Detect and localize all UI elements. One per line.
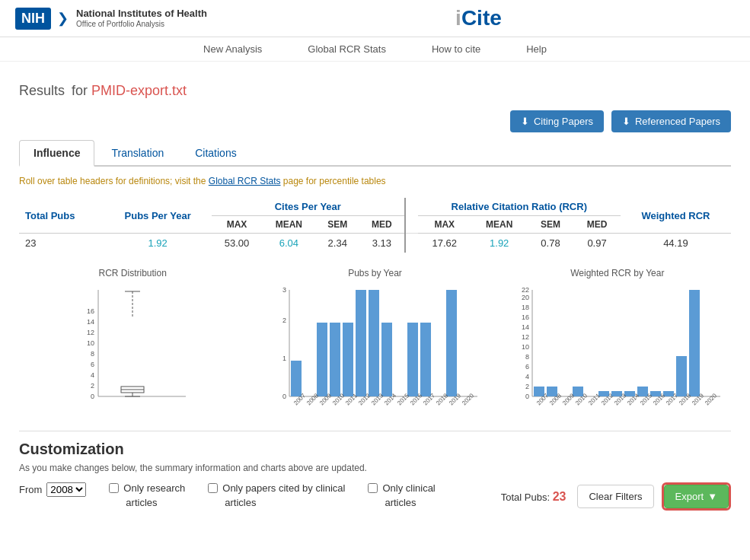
citing-papers-label: Citing Papers (534, 116, 593, 127)
filter1-checkbox[interactable] (109, 483, 119, 493)
from-label: From (19, 484, 42, 495)
col-mean1: MEAN (262, 216, 315, 234)
total-pubs-value: 23 (553, 490, 566, 503)
svg-text:0: 0 (282, 393, 286, 400)
val-sem2: 0.78 (528, 234, 574, 253)
svg-text:4: 4 (525, 373, 529, 380)
svg-text:2020: 2020 (461, 392, 476, 406)
col-sem1: SEM (315, 216, 359, 234)
filter2-label[interactable]: Only papers cited by clinical (208, 482, 345, 494)
global-rcr-link[interactable]: Global RCR Stats (209, 176, 281, 186)
filter2-checkbox[interactable] (208, 483, 218, 493)
svg-rect-27 (343, 323, 353, 396)
svg-text:2: 2 (91, 382, 94, 390)
svg-rect-26 (330, 323, 340, 396)
rollover-note: Roll over table headers for definitions;… (19, 176, 731, 186)
nav-global-rcr[interactable]: Global RCR Stats (308, 43, 386, 55)
filter-only-cited: Only papers cited by clinical articles (208, 482, 345, 508)
pubs-chart-title: Pubs by Year (261, 268, 488, 278)
nav-help[interactable]: Help (526, 43, 547, 55)
filter3-checkbox[interactable] (368, 483, 378, 493)
results-title: Results for PMID-export.txt (19, 73, 731, 101)
nih-logo: NIH ❯ National Institutes of Health Offi… (15, 8, 207, 30)
col-total-pubs: Total Pubs (19, 198, 104, 234)
val-med1: 3.13 (359, 234, 405, 253)
svg-text:10: 10 (522, 343, 529, 351)
from-select[interactable]: 2007 2008 2009 2010 2011 2012 2013 2014 … (46, 482, 86, 497)
filter-only-research: Only research articles (109, 482, 185, 508)
svg-rect-25 (317, 323, 327, 396)
from-group: From 2007 2008 2009 2010 2011 2012 2013 … (19, 482, 86, 497)
main-content: Results for PMID-export.txt ⬇ Citing Pap… (0, 62, 750, 522)
rcr-distribution-chart: RCR Distribution 0 2 4 6 8 10 12 14 16 (19, 268, 246, 412)
val-mean2: 1.92 (471, 234, 528, 253)
nav-new-analysis[interactable]: New Analysis (203, 43, 262, 55)
filter3-text: Only clinical (382, 482, 435, 494)
svg-rect-35 (446, 290, 457, 396)
action-buttons: Total Pubs: 23 Clear Filters Export ▼ (501, 482, 731, 511)
nih-name: National Institutes of Health (76, 8, 207, 20)
icite-cite: Cite (461, 6, 502, 30)
val-weighted-rcr: 44.19 (621, 234, 731, 253)
svg-text:0: 0 (91, 393, 94, 400)
svg-text:2: 2 (282, 317, 286, 324)
svg-text:8: 8 (525, 353, 529, 361)
val-mean1: 6.04 (262, 234, 315, 253)
svg-rect-32 (407, 323, 418, 396)
svg-text:12: 12 (522, 333, 529, 341)
filename: PMID-export.txt (91, 83, 187, 98)
rcr-chart-svg: 0 2 4 6 8 10 12 14 16 (72, 282, 193, 412)
svg-text:1: 1 (282, 355, 286, 362)
weighted-chart-title: Weighted RCR by Year (504, 268, 731, 278)
nih-text: National Institutes of Health Office of … (76, 8, 207, 29)
svg-rect-76 (676, 356, 687, 396)
weighted-chart-svg: 0 2 4 6 8 10 12 14 16 18 20 22 (511, 282, 724, 412)
download-icon-2: ⬇ (622, 116, 630, 127)
nih-box-label: NIH (15, 8, 51, 30)
col-max2: MAX (418, 216, 471, 234)
tab-translation[interactable]: Translation (97, 140, 178, 165)
rollover-text1: Roll over table headers for definitions;… (19, 176, 209, 186)
download-icon: ⬇ (521, 116, 529, 127)
filter1-sub: articles (109, 497, 185, 508)
pubs-by-year-chart: Pubs by Year 0 1 2 3 (261, 268, 488, 412)
export-button-wrapper: Export ▼ (662, 482, 731, 511)
icite-logo: iCite (455, 6, 502, 30)
filter-only-clinical: Only clinical articles (368, 482, 435, 508)
referenced-papers-button[interactable]: ⬇ Referenced Papers (611, 110, 731, 132)
svg-text:8: 8 (91, 350, 94, 358)
icite-i: i (455, 6, 461, 30)
svg-text:20: 20 (522, 294, 529, 301)
filter2-sub: articles (208, 497, 345, 508)
svg-text:2: 2 (525, 383, 529, 390)
export-dropdown-icon: ▼ (707, 491, 717, 502)
svg-text:6: 6 (525, 363, 529, 371)
filter-row: From 2007 2008 2009 2010 2011 2012 2013 … (19, 482, 731, 511)
referenced-papers-label: Referenced Papers (635, 116, 720, 127)
nav-how-to-cite[interactable]: How to cite (432, 43, 480, 55)
svg-text:4: 4 (91, 371, 94, 379)
col-med2: MED (573, 216, 621, 234)
weighted-rcr-chart: Weighted RCR by Year 0 2 4 6 8 10 12 14 … (504, 268, 731, 412)
svg-rect-23 (291, 361, 302, 396)
pubs-chart-svg: 0 1 2 3 (268, 282, 481, 412)
tab-citations[interactable]: Citations (180, 140, 251, 165)
total-pubs-text: Total Pubs: (501, 492, 550, 503)
top-header: NIH ❯ National Institutes of Health Offi… (0, 0, 750, 37)
clear-filters-button[interactable]: Clear Filters (577, 485, 653, 508)
export-button[interactable]: Export ▼ (664, 485, 729, 508)
filter3-label[interactable]: Only clinical (368, 482, 435, 494)
divider2 (405, 234, 418, 253)
results-word: Results (19, 83, 65, 98)
rcr-chart-title: RCR Distribution (19, 268, 246, 278)
tabs-row: Influence Translation Citations (19, 140, 731, 167)
svg-text:16: 16 (87, 307, 94, 315)
svg-rect-77 (689, 290, 700, 396)
citing-papers-button[interactable]: ⬇ Citing Papers (510, 110, 604, 132)
svg-text:0: 0 (525, 393, 529, 400)
tab-influence[interactable]: Influence (19, 140, 94, 167)
filter1-label[interactable]: Only research (109, 482, 185, 494)
col-max1: MAX (212, 216, 262, 234)
svg-text:2020: 2020 (704, 392, 718, 406)
nav-bar: New Analysis Global RCR Stats How to cit… (0, 37, 750, 62)
